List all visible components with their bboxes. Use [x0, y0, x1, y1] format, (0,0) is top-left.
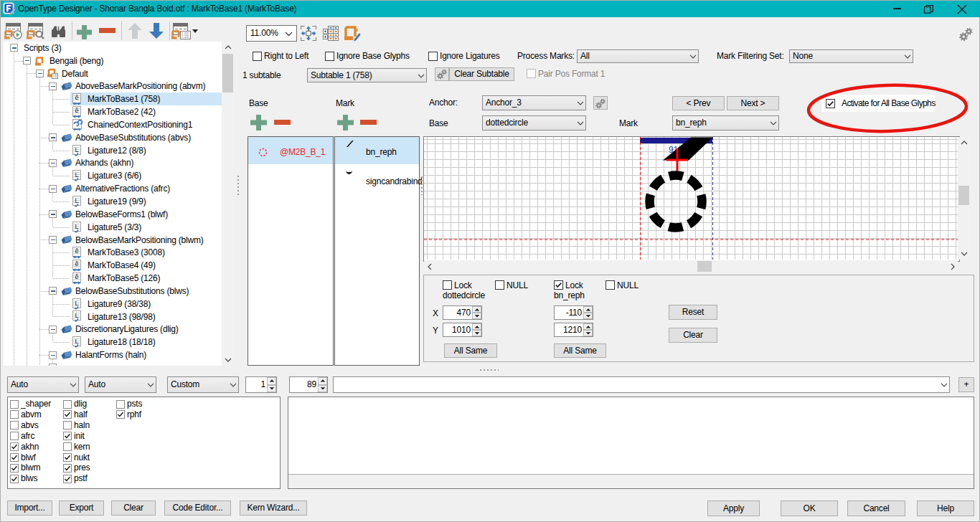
svg-text:L: L	[75, 197, 79, 204]
svg-text:L: L	[75, 300, 79, 307]
svg-text:ê: ê	[75, 260, 79, 267]
svg-text:ê: ê	[75, 247, 79, 255]
svg-text:L: L	[75, 171, 79, 179]
svg-text:ê: ê	[75, 94, 79, 101]
svg-text:ê: ê	[75, 107, 79, 114]
svg-text:L: L	[75, 312, 79, 319]
svg-text:L: L	[75, 146, 79, 153]
svg-text:ê: ê	[75, 273, 79, 280]
svg-text:L: L	[75, 223, 79, 230]
svg-text:L: L	[75, 338, 79, 345]
